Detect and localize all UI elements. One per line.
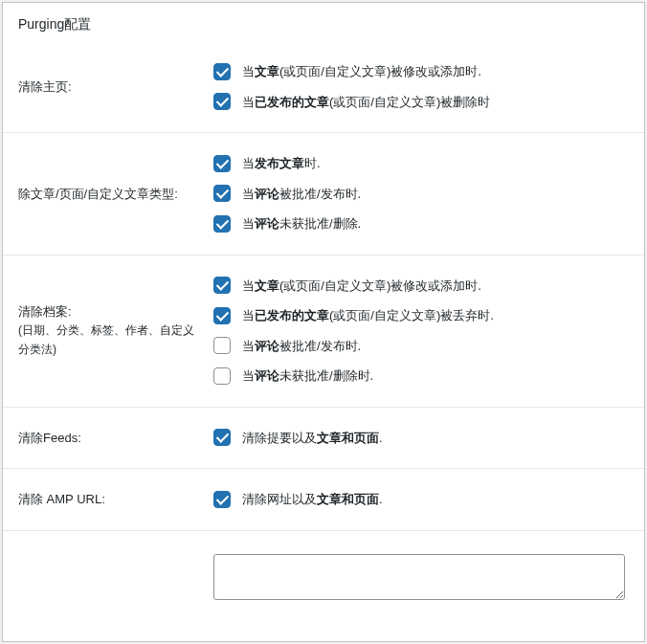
post-option-label-1: 当评论被批准/发布时. — [242, 185, 361, 204]
amp-section-label: 清除 AMP URL: — [3, 469, 213, 531]
post-option-label-2: 当评论未获批准/删除. — [242, 214, 361, 233]
panel-title: Purging配置 — [3, 3, 644, 41]
custom-urls-textarea[interactable] — [213, 554, 625, 600]
archive-option-label-2: 当评论被批准/发布时. — [242, 337, 361, 356]
archive-label-text: 清除档案: — [18, 304, 72, 319]
archive-option-label-1: 当已发布的文章(或页面/自定义文章)被丢弃时. — [242, 306, 494, 325]
post-section-label: 除文章/页面/自定义文章类型: — [3, 133, 213, 255]
feeds-checkbox-0[interactable] — [213, 429, 231, 446]
purging-config-panel: Purging配置 清除主页: 当文章(或页面/自定义文章)被修改或添加时. — [2, 2, 645, 642]
archive-option-label-0: 当文章(或页面/自定义文章)被修改或添加时. — [242, 277, 481, 296]
homepage-checkbox-0[interactable] — [213, 63, 231, 80]
archive-option-row-3: 当评论未获批准/删除时. — [213, 361, 629, 391]
post-option-row-1: 当评论被批准/发布时. — [213, 179, 629, 210]
homepage-option-row-1: 当已发布的文章(或页面/自定义文章)被删除时 — [213, 87, 629, 118]
post-option-row-2: 当评论未获批准/删除. — [213, 209, 629, 239]
feeds-option-row-0: 清除提要以及文章和页面. — [213, 423, 629, 454]
homepage-checkbox-1[interactable] — [213, 93, 231, 110]
homepage-option-label-0: 当文章(或页面/自定义文章)被修改或添加时. — [242, 62, 481, 81]
post-checkbox-1[interactable] — [213, 185, 231, 202]
amp-option-row-0: 清除网址以及文章和页面. — [213, 484, 629, 515]
archive-sublabel-text: (日期、分类、标签、作者、自定义分类法) — [18, 323, 194, 356]
custom-urls-label — [3, 530, 213, 618]
archive-checkbox-3[interactable] — [213, 367, 231, 385]
feeds-section-label: 清除Feeds: — [3, 407, 213, 469]
homepage-option-label-1: 当已发布的文章(或页面/自定义文章)被删除时 — [242, 93, 490, 112]
amp-option-label-0: 清除网址以及文章和页面. — [242, 490, 383, 509]
post-checkbox-0[interactable] — [213, 155, 231, 172]
post-checkbox-2[interactable] — [213, 215, 231, 233]
archive-section-label: 清除档案: (日期、分类、标签、作者、自定义分类法) — [3, 255, 213, 407]
archive-option-row-1: 当已发布的文章(或页面/自定义文章)被丢弃时. — [213, 300, 629, 331]
homepage-option-row-0: 当文章(或页面/自定义文章)被修改或添加时. — [213, 56, 629, 87]
homepage-section-label: 清除主页: — [3, 41, 213, 133]
archive-checkbox-1[interactable] — [213, 307, 231, 324]
archive-option-row-0: 当文章(或页面/自定义文章)被修改或添加时. — [213, 271, 629, 301]
archive-checkbox-2[interactable] — [213, 337, 231, 354]
feeds-option-label-0: 清除提要以及文章和页面. — [242, 429, 383, 448]
archive-option-label-3: 当评论未获批准/删除时. — [242, 366, 373, 386]
settings-form-table: 清除主页: 当文章(或页面/自定义文章)被修改或添加时. 当已发布的文章(或页面… — [3, 41, 644, 618]
amp-checkbox-0[interactable] — [213, 491, 231, 508]
archive-checkbox-0[interactable] — [213, 277, 231, 294]
post-option-label-0: 当发布文章时. — [242, 154, 321, 173]
archive-option-row-2: 当评论被批准/发布时. — [213, 331, 629, 362]
post-option-row-0: 当发布文章时. — [213, 148, 629, 179]
